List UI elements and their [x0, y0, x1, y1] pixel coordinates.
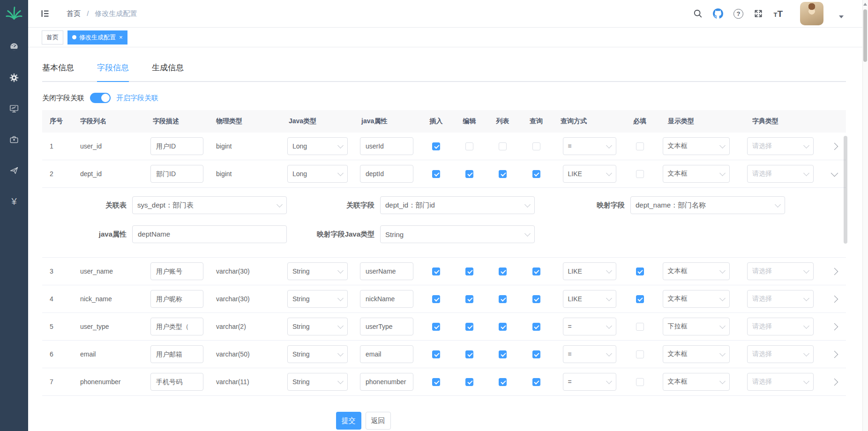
list-checkbox[interactable] [499, 295, 507, 303]
dict-type-select[interactable]: 请选择 [747, 345, 814, 363]
dict-type-select[interactable]: 请选择 [747, 318, 814, 335]
column-comment-input[interactable]: 用户类型（ [150, 318, 203, 335]
table-scrollbar-thumb[interactable] [844, 136, 847, 244]
tag-home[interactable]: 首页 [42, 30, 63, 45]
java-type-select[interactable]: String [287, 345, 348, 363]
breadcrumb-home[interactable]: 首页 [67, 9, 81, 17]
dict-type-select[interactable]: 请选择 [747, 290, 814, 308]
expand-row-icon[interactable] [831, 350, 838, 358]
sidebar-item-pay[interactable]: ¥ [0, 188, 28, 215]
insert-checkbox[interactable] [432, 170, 440, 178]
link-java-field-input[interactable]: deptName [132, 225, 287, 243]
expand-row-icon[interactable] [831, 142, 838, 150]
tab-basic-info[interactable]: 基本信息 [42, 60, 74, 81]
tag-close-icon[interactable]: × [119, 34, 123, 41]
required-checkbox[interactable] [636, 170, 644, 178]
required-checkbox[interactable] [636, 350, 644, 358]
insert-checkbox[interactable] [432, 142, 440, 150]
java-field-input[interactable]: deptId [360, 165, 413, 183]
scroll-up-arrow-icon[interactable] [863, 3, 867, 6]
query-type-select[interactable]: = [563, 345, 616, 363]
sidebar-item-job[interactable] [0, 157, 28, 184]
java-field-input[interactable]: email [360, 345, 413, 363]
java-type-select[interactable]: String [287, 373, 348, 391]
edit-checkbox[interactable] [465, 142, 473, 150]
fullscreen-icon[interactable] [753, 8, 763, 19]
insert-checkbox[interactable] [432, 350, 440, 358]
column-comment-input[interactable]: 用户邮箱 [150, 345, 203, 363]
query-checkbox[interactable] [532, 350, 540, 358]
tab-generate-info[interactable]: 生成信息 [152, 60, 184, 81]
edit-checkbox[interactable] [465, 350, 473, 358]
java-type-select[interactable]: Long [287, 137, 348, 155]
required-checkbox[interactable] [636, 268, 644, 275]
required-checkbox[interactable] [636, 323, 644, 331]
query-type-select[interactable]: LIKE [563, 290, 616, 308]
java-type-select[interactable]: String [287, 262, 348, 280]
query-checkbox[interactable] [532, 295, 540, 303]
back-button[interactable]: 返回 [366, 412, 391, 430]
avatar[interactable] [800, 2, 823, 25]
edit-checkbox[interactable] [465, 295, 473, 303]
column-comment-input[interactable]: 用户昵称 [150, 290, 203, 308]
submit-button[interactable]: 提交 [336, 412, 361, 430]
insert-checkbox[interactable] [432, 268, 440, 275]
java-type-select[interactable]: String [287, 290, 348, 308]
sidebar-item-dashboard[interactable] [0, 34, 28, 60]
list-checkbox[interactable] [499, 350, 507, 358]
list-checkbox[interactable] [499, 142, 507, 150]
list-checkbox[interactable] [499, 268, 507, 275]
list-checkbox[interactable] [499, 378, 507, 386]
link-map-java-type-select[interactable]: String [380, 225, 535, 243]
app-logo[interactable] [0, 0, 28, 26]
dict-type-select[interactable]: 请选择 [747, 137, 814, 155]
field-link-toggle[interactable] [90, 93, 111, 103]
query-checkbox[interactable] [532, 268, 540, 275]
java-field-input[interactable]: userType [360, 318, 413, 335]
dict-type-select[interactable]: 请选择 [747, 373, 814, 391]
java-field-input[interactable]: userId [360, 137, 413, 155]
insert-checkbox[interactable] [432, 378, 440, 386]
column-comment-input[interactable]: 用户ID [150, 137, 203, 155]
search-icon[interactable] [693, 8, 703, 19]
java-type-select[interactable]: Long [287, 165, 348, 183]
required-checkbox[interactable] [636, 378, 644, 386]
collapse-row-icon[interactable] [831, 169, 838, 177]
required-checkbox[interactable] [636, 295, 644, 303]
html-type-select[interactable]: 文本框 [663, 345, 730, 363]
query-checkbox[interactable] [532, 170, 540, 178]
sidebar-fold-icon[interactable] [40, 9, 50, 18]
query-checkbox[interactable] [532, 323, 540, 331]
expand-row-icon[interactable] [831, 378, 838, 386]
html-type-select[interactable]: 文本框 [663, 290, 730, 308]
required-checkbox[interactable] [636, 142, 644, 150]
expand-row-icon[interactable] [831, 295, 838, 303]
tab-field-info[interactable]: 字段信息 [97, 60, 129, 81]
java-field-input[interactable]: nickName [360, 290, 413, 308]
expand-row-icon[interactable] [831, 268, 838, 275]
html-type-select[interactable]: 文本框 [663, 165, 730, 183]
link-map-select[interactable]: dept_name：部门名称 [630, 196, 785, 214]
query-type-select[interactable]: LIKE [563, 262, 616, 280]
java-field-input[interactable]: userName [360, 262, 413, 280]
html-type-select[interactable]: 文本框 [663, 262, 730, 280]
sidebar-item-system[interactable] [0, 65, 28, 91]
expand-row-icon[interactable] [831, 323, 838, 330]
font-size-icon[interactable]: TT [773, 10, 783, 18]
java-type-select[interactable]: String [287, 318, 348, 335]
edit-checkbox[interactable] [465, 170, 473, 178]
link-table-select[interactable]: sys_dept：部门表 [132, 196, 287, 214]
edit-checkbox[interactable] [465, 268, 473, 275]
list-checkbox[interactable] [499, 170, 507, 178]
query-type-select[interactable]: = [563, 137, 616, 155]
query-type-select[interactable]: LIKE [563, 165, 616, 183]
edit-checkbox[interactable] [465, 378, 473, 386]
java-field-input[interactable]: phonenumber [360, 373, 413, 391]
html-type-select[interactable]: 文本框 [663, 137, 730, 155]
html-type-select[interactable]: 下拉框 [663, 318, 730, 335]
column-comment-input[interactable]: 部门ID [150, 165, 203, 183]
html-type-select[interactable]: 文本框 [663, 373, 730, 391]
query-type-select[interactable]: = [563, 373, 616, 391]
sidebar-item-monitor[interactable] [0, 96, 28, 122]
dict-type-select[interactable]: 请选择 [747, 262, 814, 280]
